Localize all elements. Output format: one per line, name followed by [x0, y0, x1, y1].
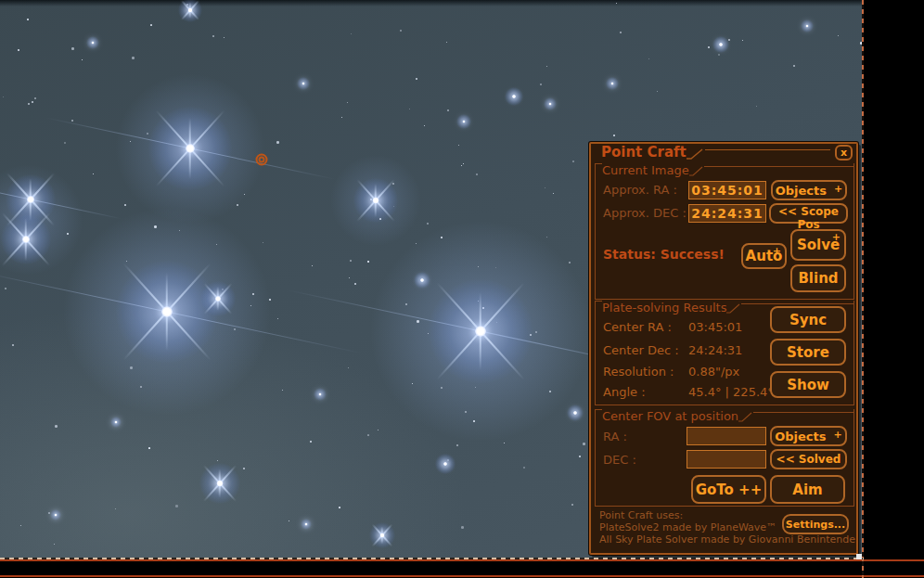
- faint-star: [540, 83, 542, 85]
- group-center-fov-head: Center FOV at position: [596, 409, 853, 424]
- solve-button[interactable]: Solve+: [790, 229, 846, 261]
- resize-handle[interactable]: [856, 554, 862, 559]
- settings-button[interactable]: Settings...: [782, 514, 849, 534]
- scope-pos-button[interactable]: << Scope Pos: [769, 203, 848, 224]
- approx-ra-input[interactable]: [688, 181, 766, 199]
- objects-button-fov[interactable]: Objects+: [770, 426, 847, 446]
- star-core: [443, 462, 447, 466]
- star-core: [806, 25, 809, 28]
- faint-star: [243, 468, 245, 469]
- solved-button[interactable]: << Solved: [770, 449, 847, 469]
- credits-line-2: PlateSolve2 made by PlaneWave™: [599, 521, 776, 533]
- faint-star: [427, 223, 429, 225]
- group-plate-solving-label: Plate-solving Results: [596, 301, 726, 315]
- approx-dec-input[interactable]: [688, 204, 766, 223]
- star-core: [215, 296, 221, 302]
- faint-star: [234, 328, 236, 330]
- faint-star: [54, 544, 55, 545]
- fov-ra-input[interactable]: [687, 427, 766, 445]
- faint-star: [579, 456, 581, 457]
- faint-star: [216, 244, 217, 245]
- star-core: [373, 198, 379, 204]
- faint-star: [838, 35, 839, 36]
- faint-star: [409, 109, 410, 109]
- faint-star: [546, 237, 547, 238]
- auto-button[interactable]: Auto+: [741, 243, 787, 269]
- faint-star: [312, 265, 313, 266]
- star-core: [463, 121, 466, 123]
- result-label: Angle :: [603, 385, 688, 399]
- faint-star: [3, 96, 4, 97]
- faint-star: [504, 443, 505, 443]
- faint-star: [465, 411, 467, 413]
- section-divider-slash: [738, 411, 753, 424]
- faint-star: [124, 204, 126, 206]
- star-core: [512, 95, 516, 98]
- show-button[interactable]: Show: [770, 371, 846, 398]
- title-divider-slash: [687, 147, 705, 161]
- faint-star: [289, 520, 289, 521]
- faint-star: [718, 54, 720, 56]
- result-value: 24:24:31: [688, 343, 742, 357]
- faint-star: [348, 367, 349, 368]
- faint-star: [276, 141, 279, 144]
- faint-star: [648, 58, 649, 59]
- result-row-angle: Angle : 45.4° | 225.4°: [603, 385, 774, 399]
- faint-star: [367, 261, 369, 263]
- canvas-right-margin: [864, 0, 924, 578]
- faint-star: [55, 425, 58, 428]
- section-divider-slash: [726, 302, 741, 315]
- faint-star: [416, 78, 417, 80]
- approx-ra-label: Approx. RA :: [603, 183, 677, 197]
- star-core: [305, 523, 308, 526]
- point-craft-panel: Point Craft x Current Image Approx. RA :…: [589, 142, 858, 555]
- faint-star: [392, 183, 394, 185]
- result-row-resolution: Resolution : 0.88"/px: [603, 365, 739, 379]
- objects-button-label: Objects: [775, 430, 826, 443]
- fov-ra-label: RA :: [603, 430, 627, 443]
- star-core: [22, 236, 30, 243]
- star-core: [217, 481, 224, 487]
- panel-title: Point Craft: [595, 145, 687, 161]
- panel-title-bar[interactable]: Point Craft x: [595, 145, 853, 162]
- star-core: [92, 42, 95, 45]
- result-value: 03:45:01: [688, 320, 742, 334]
- fov-dec-label: DEC :: [603, 453, 636, 467]
- store-button[interactable]: Store: [770, 339, 846, 366]
- result-value: 0.88"/px: [688, 365, 739, 379]
- faint-star: [458, 145, 459, 146]
- faint-star: [82, 59, 83, 60]
- faint-star: [535, 331, 537, 333]
- target-marker: [256, 154, 268, 166]
- faint-star: [350, 260, 352, 262]
- faint-star: [148, 447, 150, 449]
- sync-button[interactable]: Sync: [770, 306, 846, 333]
- faint-star: [354, 283, 356, 285]
- faint-star: [495, 267, 496, 268]
- approx-dec-label: Approx. DEC :: [603, 206, 687, 220]
- faint-star: [20, 525, 21, 526]
- result-label: Center Dec :: [603, 343, 688, 357]
- group-center-fov-label: Center FOV at position: [596, 409, 738, 423]
- faint-star: [179, 230, 180, 231]
- star-core: [719, 43, 723, 46]
- aim-button[interactable]: Aim: [770, 475, 845, 504]
- faint-star: [463, 163, 464, 164]
- selection-border-horizontal: [0, 558, 864, 559]
- faint-star: [269, 299, 271, 301]
- blind-button[interactable]: Blind: [790, 264, 846, 292]
- star-core: [549, 103, 552, 106]
- star-core: [27, 196, 34, 203]
- faint-star: [132, 57, 135, 59]
- faint-star: [378, 430, 379, 430]
- fov-dec-input[interactable]: [687, 450, 766, 469]
- faint-star: [71, 120, 73, 122]
- faint-star: [523, 467, 525, 469]
- close-button[interactable]: x: [835, 145, 853, 161]
- faint-star: [424, 125, 425, 126]
- title-rule: [705, 149, 830, 150]
- objects-button-current[interactable]: Objects+: [771, 180, 847, 200]
- goto-button[interactable]: GoTo ++: [691, 475, 766, 504]
- faint-star: [742, 40, 743, 41]
- faint-star: [140, 386, 142, 388]
